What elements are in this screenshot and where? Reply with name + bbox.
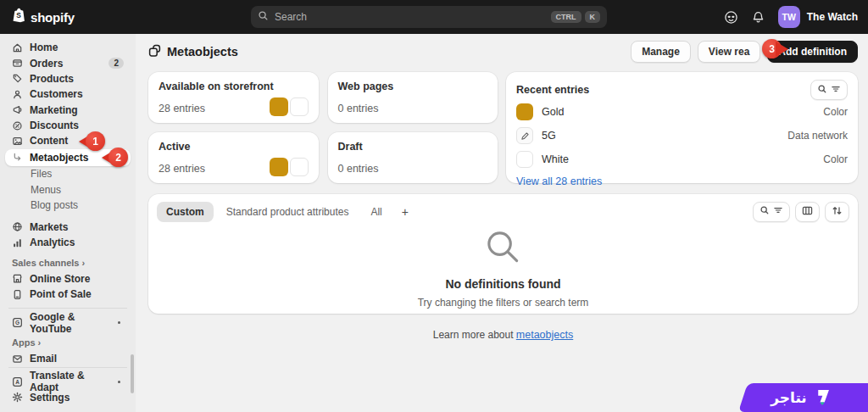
summary-card-web-pages[interactable]: Web pages 0 entries bbox=[328, 72, 498, 123]
card-value: 0 entries bbox=[338, 103, 379, 114]
orders-icon bbox=[12, 58, 23, 69]
natajir-banner: نتاجر bbox=[748, 383, 868, 412]
content-icon bbox=[12, 136, 23, 147]
app-window: S shopify Search CTRL K TW The Watch bbox=[0, 0, 868, 412]
empty-subtitle: Try changing the filters or search term bbox=[157, 297, 849, 309]
sidebar-item-menus[interactable]: Menus bbox=[5, 181, 131, 197]
sidebar-spacer bbox=[0, 213, 136, 220]
view-reads-button[interactable]: View rea bbox=[698, 41, 760, 63]
definitions-card: CustomStandard product attributesAll+ bbox=[148, 194, 858, 314]
add-view-button[interactable]: + bbox=[395, 203, 415, 220]
recent-entry-row[interactable]: White Color bbox=[516, 148, 848, 171]
store-icon bbox=[12, 273, 23, 284]
recent-entries-title: Recent entries bbox=[516, 84, 589, 96]
sidebar-item-marketing[interactable]: Marketing bbox=[5, 103, 131, 118]
pos-icon bbox=[12, 289, 23, 300]
entry-icon bbox=[516, 127, 533, 144]
manage-button[interactable]: Manage bbox=[631, 41, 691, 63]
empty-state: No definitions found Try changing the fi… bbox=[157, 223, 849, 309]
sidebar-section-sales-channels[interactable]: Sales channels › bbox=[12, 258, 124, 268]
sidebar-item-products[interactable]: Products bbox=[5, 71, 131, 86]
notifications-bell-icon[interactable] bbox=[752, 11, 765, 24]
sidebar-item-markets[interactable]: Markets bbox=[5, 220, 131, 235]
annotation-arrow-3: 3 bbox=[762, 39, 788, 58]
entry-name: 5G bbox=[542, 130, 556, 142]
recent-entries-list: Gold Color 5G Data network White Color bbox=[516, 100, 848, 171]
sidebar-section-apps[interactable]: Apps › bbox=[12, 337, 124, 348]
store-name: The Watch bbox=[807, 11, 858, 23]
filter-icon bbox=[773, 205, 783, 218]
sidebar-item-files[interactable]: Files bbox=[5, 166, 131, 181]
keyboard-shortcut: CTRL K bbox=[551, 11, 601, 23]
tab-custom[interactable]: Custom bbox=[157, 202, 214, 222]
empty-search-icon bbox=[483, 255, 523, 270]
columns-button[interactable] bbox=[795, 202, 820, 222]
sidebar-item-label: Menus bbox=[31, 184, 61, 196]
natajir-banner-text: نتاجر bbox=[771, 389, 807, 407]
account-menu[interactable]: TW The Watch bbox=[778, 6, 858, 28]
search-icon bbox=[760, 205, 770, 218]
assistant-icon[interactable] bbox=[724, 10, 738, 25]
gold-swatch bbox=[270, 97, 288, 116]
tab-all[interactable]: All bbox=[361, 202, 391, 222]
arrow-tip bbox=[776, 42, 788, 57]
avatar: TW bbox=[778, 6, 800, 28]
sidebar-item-online-store[interactable]: Online Store bbox=[5, 271, 131, 287]
analytics-icon bbox=[12, 237, 23, 248]
sidebar-item-label: Settings bbox=[30, 392, 70, 404]
elbow-icon bbox=[12, 153, 23, 162]
marketing-icon bbox=[12, 104, 23, 115]
sort-button[interactable] bbox=[825, 202, 849, 222]
sidebar-item-google-youtube[interactable]: GGoogle & YouTube bbox=[5, 315, 131, 331]
card-title: Web pages bbox=[338, 81, 488, 92]
search-filter-button[interactable] bbox=[753, 202, 790, 222]
view-all-entries-link[interactable]: View all 28 entries bbox=[516, 175, 602, 187]
recent-entry-row[interactable]: Gold Color bbox=[516, 100, 848, 124]
annotation-number: 2 bbox=[108, 148, 128, 167]
sidebar-item-label: Blog posts bbox=[31, 199, 78, 211]
kbd-k: K bbox=[585, 11, 601, 23]
recent-entry-row[interactable]: 5G Data network bbox=[516, 124, 848, 148]
sidebar-item-label: Orders bbox=[30, 58, 63, 70]
sidebar-item-label: Home bbox=[30, 42, 58, 53]
sidebar-item-label: Markets bbox=[30, 221, 68, 233]
sidebar-item-translate-adapt[interactable]: ATranslate & Adapt bbox=[5, 374, 131, 390]
search-filter-button[interactable] bbox=[810, 80, 848, 100]
entry-name: White bbox=[542, 153, 569, 165]
sidebar-item-label: Content bbox=[30, 135, 68, 147]
empty-title: No definitions found bbox=[157, 277, 849, 291]
sidebar-item-point-of-sale[interactable]: Point of Sale bbox=[5, 287, 131, 302]
sidebar-item-content[interactable]: Content bbox=[5, 133, 131, 148]
svg-text:G: G bbox=[15, 320, 19, 326]
white-swatch bbox=[516, 151, 533, 168]
tab-standard-product-attributes[interactable]: Standard product attributes bbox=[217, 202, 359, 222]
summary-card-draft[interactable]: Draft 0 entries bbox=[328, 132, 498, 183]
sidebar-item-blog-posts[interactable]: Blog posts bbox=[5, 198, 131, 213]
annotation-arrow-2: 2 bbox=[102, 148, 128, 167]
sidebar-item-orders[interactable]: Orders2 bbox=[5, 55, 131, 70]
sidebar-scrollbar[interactable] bbox=[131, 354, 134, 393]
summary-card-active[interactable]: Active 28 entries bbox=[148, 132, 319, 183]
sidebar-item-discounts[interactable]: Discounts bbox=[5, 118, 131, 133]
shopify-logo-text: shopify bbox=[31, 10, 75, 25]
settings-icon bbox=[12, 392, 23, 403]
products-icon bbox=[12, 73, 23, 84]
recent-entries-card: Recent entries Gold Color 5G Data networ… bbox=[506, 72, 858, 183]
summary-card-available-on-storefront[interactable]: Available on storefront 28 entries bbox=[148, 72, 319, 123]
card-value: 28 entries bbox=[159, 163, 205, 175]
search-input[interactable]: Search CTRL K bbox=[251, 6, 607, 28]
sidebar-item-analytics[interactable]: Analytics bbox=[5, 235, 131, 250]
sidebar-item-label: Files bbox=[31, 168, 52, 180]
kbd-ctrl: CTRL bbox=[551, 11, 581, 23]
entry-name: Gold bbox=[542, 106, 564, 118]
sidebar-item-home[interactable]: Home bbox=[5, 40, 131, 55]
sidebar-item-customers[interactable]: Customers bbox=[5, 86, 131, 102]
sidebar-divider bbox=[8, 367, 127, 368]
sidebar-item-settings[interactable]: Settings bbox=[5, 390, 131, 405]
badge: 2 bbox=[108, 58, 124, 69]
entry-swatches bbox=[270, 158, 309, 176]
shopify-logo[interactable]: S shopify bbox=[12, 8, 75, 26]
metaobjects-link[interactable]: metaobjects bbox=[516, 329, 573, 341]
entry-type: Color bbox=[823, 153, 848, 165]
sidebar-item-email[interactable]: Email bbox=[5, 351, 131, 366]
